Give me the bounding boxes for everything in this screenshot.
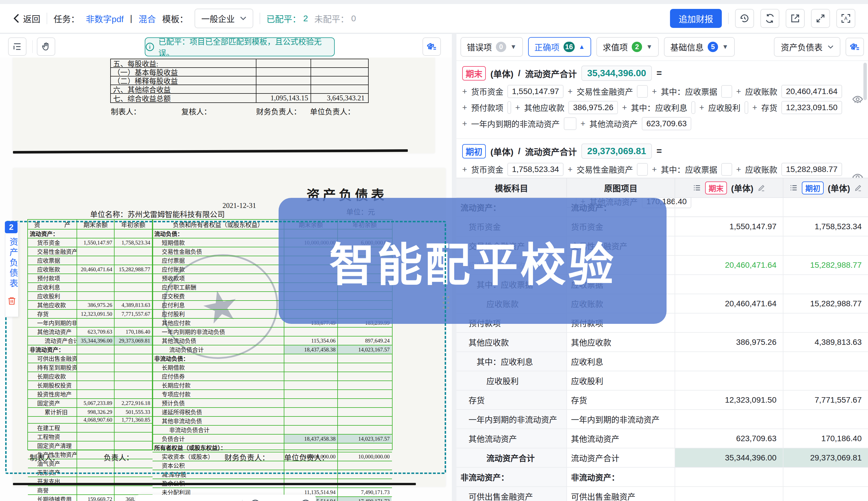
- fullscreen-button[interactable]: [811, 9, 830, 28]
- scan-row[interactable]: 长期股权投资: [28, 381, 153, 390]
- scan-row[interactable]: 其他非流动负债: [153, 417, 392, 426]
- table-row[interactable]: 其他应收款其他应收款386,975.264,389,813.63: [457, 333, 868, 352]
- scan-row[interactable]: 预付款项: [28, 274, 153, 283]
- list-icon[interactable]: [789, 183, 798, 192]
- scan-row[interactable]: 流动负债合计18,437,458.3814,023,167.57: [153, 345, 392, 354]
- table-row[interactable]: 流动资产合计流动资产合计35,344,396.0029,373,069.81: [457, 448, 868, 468]
- prev-page-button[interactable]: [155, 500, 164, 501]
- table-row[interactable]: 应收账款应收账款20,460,471.6415,282,988.77: [457, 294, 868, 313]
- scan-row[interactable]: 固定资产5,067,233.892,272,916.18: [28, 399, 153, 408]
- scan-row[interactable]: 无形资产: [28, 468, 153, 477]
- scan-row[interactable]: 其他流动资产623,709.63170,186.40: [28, 328, 153, 337]
- scan-row[interactable]: 应付职工薪酬: [153, 283, 392, 292]
- scan-row[interactable]: 负债合计18,437,458.3814,023,167.57: [153, 435, 392, 444]
- scan-row[interactable]: 应付账款: [153, 265, 392, 274]
- page-side-tab[interactable]: 2 资产负债表: [5, 222, 18, 317]
- scan-row[interactable]: 应收利息: [28, 283, 153, 292]
- scan-row[interactable]: 长期应收款: [28, 372, 153, 381]
- table-row[interactable]: 其中：应收票据应收票据: [457, 275, 868, 294]
- scan-row[interactable]: 应付票据: [153, 256, 392, 265]
- term-value[interactable]: 12,323,091.50: [781, 101, 842, 114]
- filter-button-错误项[interactable]: 错误项0▼: [460, 37, 523, 57]
- scan-row[interactable]: 流动负债：: [153, 230, 392, 238]
- task-type-link[interactable]: 混合: [139, 12, 156, 25]
- scan-row[interactable]: 货币资金1,550,147.971,758,523.34: [28, 238, 153, 247]
- scan-row[interactable]: 专项应付款: [153, 390, 392, 399]
- scan-row[interactable]: 资本公积: [153, 461, 392, 470]
- scan-row[interactable]: 累计折旧998,326.29501,555.33: [28, 408, 153, 417]
- scan-row[interactable]: 一年内到期的非流动资产: [28, 319, 153, 328]
- task-name-link[interactable]: 非数字pdf: [86, 12, 124, 25]
- scan-row[interactable]: 所有者权益（或股东权益）：: [153, 444, 392, 452]
- scan-row[interactable]: 其他应收款386,975.264,389,813.63: [28, 301, 153, 310]
- filter-button-求值项[interactable]: 求值项2▼: [596, 37, 659, 57]
- table-row[interactable]: 应收票据及应收账款20,460,471.6415,282,988.77: [457, 256, 868, 275]
- rules-settings-button[interactable]: [846, 38, 864, 56]
- scan-row[interactable]: 预收款项: [153, 274, 392, 283]
- pan-tool-button[interactable]: [37, 38, 55, 56]
- scan-row[interactable]: 应收票据: [28, 256, 153, 265]
- scan-row[interactable]: 长期借款: [153, 363, 392, 372]
- table-row[interactable]: 一年内到期的非流动资产一年内到期的非流动资产: [457, 410, 868, 429]
- scan-row[interactable]: 可供出售金融资产: [28, 354, 153, 363]
- table-row[interactable]: 其中：应收利息应收利息: [457, 352, 868, 371]
- scan-row[interactable]: 非流动负债：: [153, 354, 392, 363]
- term-empty-value[interactable]: [637, 163, 648, 176]
- scan-row[interactable]: 在建工程: [28, 424, 153, 433]
- scan-row[interactable]: 其他应付款133,677.49183,239.99: [153, 319, 392, 328]
- zoom-in-button[interactable]: [300, 499, 311, 501]
- add-report-button[interactable]: 追加财报: [670, 9, 722, 28]
- scan-row[interactable]: 交易性金融负债: [153, 247, 392, 256]
- scan-row[interactable]: 应收账款20,460,471.6415,282,988.77: [28, 265, 153, 274]
- scan-row[interactable]: 一年内到期的非流动负债: [153, 328, 392, 337]
- term-empty-value[interactable]: [721, 85, 732, 98]
- term-empty-value[interactable]: [508, 101, 511, 114]
- table-row[interactable]: 非流动资产：非流动资产：: [457, 468, 868, 487]
- table-row[interactable]: 其他流动资产其他流动资产623,709.63170,186.40: [457, 429, 868, 448]
- refresh-button[interactable]: [760, 9, 780, 28]
- term-value[interactable]: 15,282,988.77: [781, 163, 842, 176]
- pencil-icon[interactable]: [854, 184, 862, 192]
- list-icon[interactable]: [692, 183, 701, 192]
- scan-row[interactable]: 其他流动负债115,354.06897,649.24: [153, 337, 392, 345]
- table-row[interactable]: 预付款项预付款项: [457, 313, 868, 333]
- table-row[interactable]: 应收股利应收股利: [457, 371, 868, 391]
- scan-row[interactable]: 商誉: [28, 486, 153, 495]
- sheet-select[interactable]: 资产负债表: [774, 37, 840, 57]
- current-page[interactable]: 2: [171, 500, 176, 501]
- first-page-button[interactable]: [140, 500, 148, 501]
- term-value[interactable]: 1,758,523.34: [508, 163, 564, 176]
- formula-settings-button[interactable]: [422, 38, 441, 56]
- term-empty-value[interactable]: [564, 117, 576, 130]
- formula-total-value[interactable]: 29,373,069.81: [581, 143, 652, 159]
- structure-tool-button[interactable]: [8, 38, 27, 56]
- scan-row[interactable]: 非流动负债合计: [153, 426, 392, 435]
- scan-row[interactable]: 递延所得税负债: [153, 408, 392, 417]
- scan-row[interactable]: 短期借款10,000,000.006,000,000.00: [153, 238, 392, 247]
- filter-button-基础信息[interactable]: 基础信息5▼: [664, 37, 735, 57]
- scan-row[interactable]: 长期待摊费用159,669.72368,908.64: [28, 495, 153, 501]
- eye-icon[interactable]: [852, 94, 864, 106]
- delete-page-button[interactable]: [7, 296, 17, 307]
- last-page-button[interactable]: [227, 500, 235, 501]
- scan-row[interactable]: 应付利息: [153, 301, 392, 310]
- scan-row[interactable]: 4,068,907.601,771,360.85: [28, 417, 153, 424]
- zoom-out-button[interactable]: [250, 499, 261, 501]
- scan-row[interactable]: 预计负债: [153, 399, 392, 408]
- scan-row[interactable]: 应付股利: [153, 310, 392, 319]
- export-button[interactable]: [786, 9, 805, 28]
- scan-row[interactable]: 长期应付款: [153, 381, 392, 390]
- document-viewer[interactable]: 五、每股收益:（一）基本每股收益（二）稀释每股收益六、其他综合收益七、综合收益总…: [0, 57, 452, 501]
- scan-row[interactable]: 流动资产：: [28, 230, 153, 238]
- scan-row[interactable]: 实收资本（或股本）10,000,000.0010,000,000.00: [153, 452, 392, 461]
- table-row[interactable]: 货币资金货币资金1,550,147.971,758,523.34: [457, 217, 868, 236]
- scan-row[interactable]: 减:库存股: [153, 470, 392, 479]
- scan-row[interactable]: 非流动资产：: [28, 345, 153, 354]
- term-value[interactable]: 623,709.63: [642, 117, 691, 130]
- text-recognition-button[interactable]: A: [836, 9, 855, 28]
- back-button[interactable]: 返回: [13, 12, 40, 25]
- scan-row[interactable]: 投资性房地产: [28, 390, 153, 399]
- term-empty-value[interactable]: [744, 101, 748, 114]
- selection-drag-handle[interactable]: [443, 296, 450, 311]
- scan-row[interactable]: 持有至到期投资: [28, 363, 153, 372]
